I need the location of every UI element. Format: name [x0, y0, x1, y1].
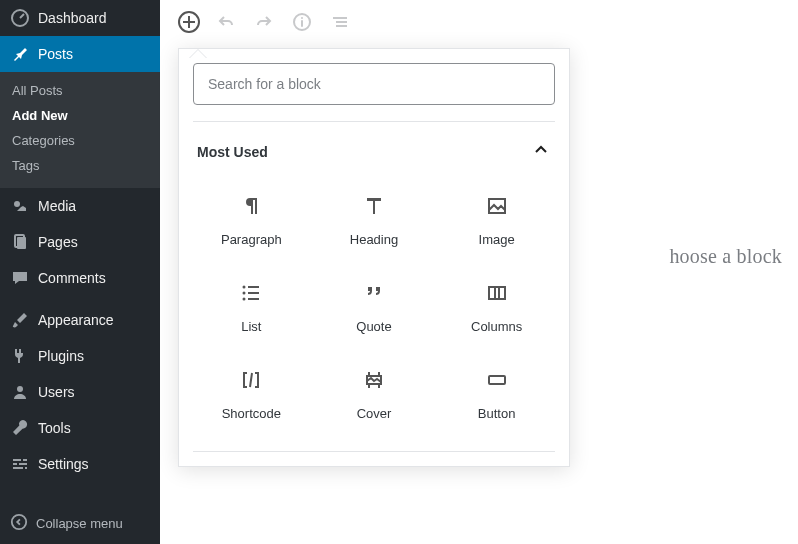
svg-rect-9 [336, 25, 347, 27]
redo-button[interactable] [252, 10, 276, 34]
block-label: Columns [471, 319, 522, 334]
inserter-block-grid: Paragraph Heading Image List Quote [193, 178, 555, 452]
sidebar-item-users[interactable]: Users [0, 374, 160, 410]
sidebar-item-comments[interactable]: Comments [0, 260, 160, 296]
sidebar-subitem-add-new[interactable]: Add New [0, 103, 160, 128]
sidebar-item-label: Media [38, 198, 76, 214]
undo-button[interactable] [214, 10, 238, 34]
sidebar-item-plugins[interactable]: Plugins [0, 338, 160, 374]
user-icon [10, 382, 30, 402]
svg-rect-17 [489, 287, 505, 299]
collapse-menu-button[interactable]: Collapse menu [0, 503, 160, 544]
sliders-icon [10, 454, 30, 474]
block-quote[interactable]: Quote [316, 265, 433, 346]
sidebar-item-appearance[interactable]: Appearance [0, 302, 160, 338]
svg-point-5 [12, 515, 26, 529]
outline-button[interactable] [328, 10, 352, 34]
comment-icon [10, 268, 30, 288]
block-list[interactable]: List [193, 265, 310, 346]
svg-rect-12 [248, 286, 259, 288]
block-cover[interactable]: Cover [316, 352, 433, 433]
svg-point-1 [14, 201, 20, 207]
svg-rect-16 [248, 298, 259, 300]
sidebar-item-posts[interactable]: Posts [0, 36, 160, 72]
pin-icon [10, 44, 30, 64]
svg-rect-14 [248, 292, 259, 294]
button-icon [485, 368, 509, 392]
sidebar-item-label: Pages [38, 234, 78, 250]
svg-rect-19 [489, 376, 505, 384]
plug-icon [10, 346, 30, 366]
editor-main: hoose a block Most Used Paragraph Headin… [160, 0, 798, 544]
svg-point-4 [17, 386, 23, 392]
editor-toolbar [160, 0, 798, 44]
sidebar-item-label: Plugins [38, 348, 84, 364]
cover-icon [362, 368, 386, 392]
inserter-section-header[interactable]: Most Used [193, 121, 555, 178]
image-icon [485, 194, 509, 218]
list-icon [239, 281, 263, 305]
columns-icon [485, 281, 509, 305]
sidebar-item-label: Tools [38, 420, 71, 436]
paragraph-icon [239, 194, 263, 218]
block-columns[interactable]: Columns [438, 265, 555, 346]
svg-point-15 [243, 298, 246, 301]
collapse-menu-label: Collapse menu [36, 516, 123, 531]
block-label: Image [479, 232, 515, 247]
block-search-input[interactable] [193, 63, 555, 105]
admin-sidebar: Dashboard Posts All Posts Add New Catego… [0, 0, 160, 544]
svg-rect-10 [489, 199, 505, 213]
canvas-placeholder-text: hoose a block [669, 245, 782, 268]
sidebar-item-label: Dashboard [38, 10, 107, 26]
quote-icon [362, 281, 386, 305]
block-label: Cover [357, 406, 392, 421]
block-shortcode[interactable]: Shortcode [193, 352, 310, 433]
wrench-icon [10, 418, 30, 438]
svg-rect-7 [333, 17, 347, 19]
inserter-section-title: Most Used [197, 144, 268, 160]
svg-point-13 [243, 292, 246, 295]
add-block-button[interactable] [178, 11, 200, 33]
sidebar-item-label: Comments [38, 270, 106, 286]
sidebar-item-dashboard[interactable]: Dashboard [0, 0, 160, 36]
svg-rect-8 [336, 21, 347, 23]
block-image[interactable]: Image [438, 178, 555, 259]
block-paragraph[interactable]: Paragraph [193, 178, 310, 259]
dashboard-icon [10, 8, 30, 28]
svg-point-11 [243, 286, 246, 289]
block-label: Heading [350, 232, 398, 247]
info-button[interactable] [290, 10, 314, 34]
sidebar-item-label: Posts [38, 46, 73, 62]
block-label: Paragraph [221, 232, 282, 247]
shortcode-icon [239, 368, 263, 392]
block-label: List [241, 319, 261, 334]
block-inserter-popover: Most Used Paragraph Heading Image [178, 48, 570, 467]
sidebar-item-pages[interactable]: Pages [0, 224, 160, 260]
sidebar-item-label: Appearance [38, 312, 114, 328]
sidebar-posts-submenu: All Posts Add New Categories Tags [0, 72, 160, 188]
collapse-icon [10, 513, 28, 534]
sidebar-item-settings[interactable]: Settings [0, 446, 160, 482]
block-label: Quote [356, 319, 391, 334]
brush-icon [10, 310, 30, 330]
block-label: Button [478, 406, 516, 421]
sidebar-subitem-all-posts[interactable]: All Posts [0, 78, 160, 103]
sidebar-item-tools[interactable]: Tools [0, 410, 160, 446]
sidebar-item-media[interactable]: Media [0, 188, 160, 224]
block-label: Shortcode [222, 406, 281, 421]
pages-icon [10, 232, 30, 252]
sidebar-item-label: Settings [38, 456, 89, 472]
sidebar-item-label: Users [38, 384, 75, 400]
heading-icon [362, 194, 386, 218]
svg-rect-3 [17, 237, 26, 249]
block-heading[interactable]: Heading [316, 178, 433, 259]
sidebar-subitem-tags[interactable]: Tags [0, 153, 160, 178]
media-icon [10, 196, 30, 216]
block-button[interactable]: Button [438, 352, 555, 433]
chevron-up-icon [531, 140, 551, 164]
sidebar-subitem-categories[interactable]: Categories [0, 128, 160, 153]
